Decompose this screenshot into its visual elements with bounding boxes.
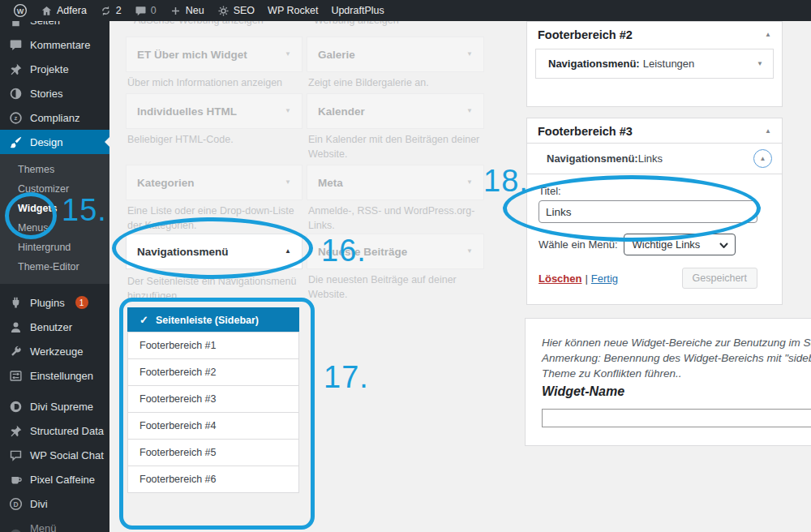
chooser-option-footerbereich-2[interactable]: Footerbereich #2 <box>127 358 299 386</box>
seo-label: SEO <box>234 5 255 16</box>
gear-icon <box>217 5 230 17</box>
chooser-option-footerbereich-5[interactable]: Footerbereich #5 <box>127 439 299 466</box>
panel-title: Footerbereich #2 <box>538 28 633 41</box>
navigationsmenue-links-widget-header[interactable]: Navigationsmenü:Links ▲ <box>527 143 782 174</box>
sidebar-item-stories[interactable]: Stories <box>0 81 109 105</box>
wp-logo-menu[interactable]: W <box>6 0 34 21</box>
sidebar-item-label: Einstellungen <box>30 370 93 382</box>
chooser-option-footerbereich-6[interactable]: Footerbereich #6 <box>127 466 299 493</box>
plugins-update-badge: 1 <box>75 296 88 309</box>
updates-indicator[interactable]: 2 <box>93 0 128 21</box>
menu-select[interactable]: Wichtige Links <box>624 234 736 255</box>
submenu-item-theme-editor[interactable]: Theme-Editor <box>0 257 109 277</box>
delete-link[interactable]: Löschen <box>539 272 581 285</box>
half-circle-icon <box>9 87 23 101</box>
sidebar-item-plugins[interactable]: Plugins 1 <box>0 290 109 315</box>
svg-text:z: z <box>15 114 18 122</box>
navigationsmenue-leistungen-widget[interactable]: Navigationsmenü:Leistungen ▼ <box>535 49 774 79</box>
widget-name-input[interactable] <box>542 409 811 427</box>
widget-title-bar-active[interactable]: Navigationsmenü ▲ <box>126 234 303 269</box>
chooser-option-seitenleiste[interactable]: ✓ Seitenleiste (Sidebar) <box>127 307 299 332</box>
sidebar-item-projekte[interactable]: Projekte <box>0 57 109 81</box>
wrench-icon <box>9 345 23 358</box>
submenu-item-hintergrund[interactable]: Hintergrund <box>0 238 109 257</box>
svg-text:D: D <box>13 500 18 508</box>
sidebar-item-complianz[interactable]: z Complianz <box>0 105 109 130</box>
sidebar-item-label: Projekte <box>30 63 69 75</box>
chevron-up-icon: ▲ <box>760 156 766 162</box>
comments-indicator[interactable]: 0 <box>128 0 163 21</box>
sidebar-item-einstellungen[interactable]: Einstellungen <box>0 363 109 388</box>
sidebar-item-werkzeuge[interactable]: Werkzeuge <box>0 339 109 363</box>
widget-et-ueber-mich: ET Über mich Widget ▼ Über mich Informat… <box>126 36 303 91</box>
widget-title-bar[interactable]: Kategorien ▼ <box>126 165 303 200</box>
updraftplus-label: UpdraftPlus <box>331 5 384 16</box>
collapse-widget-button[interactable]: ▲ <box>753 149 772 168</box>
widget-location-chooser: ✓ Seitenleiste (Sidebar) Footerbereich #… <box>127 307 299 493</box>
pushpin-icon <box>9 424 23 438</box>
divi-supreme-icon <box>9 400 23 414</box>
widget-title-bar[interactable]: ET Über mich Widget ▼ <box>126 36 303 72</box>
submenu-item-menus[interactable]: Menus <box>0 218 109 238</box>
select-chevron-icon <box>719 238 728 251</box>
title-field-label: Titel: <box>539 185 757 197</box>
widget-title-bar[interactable]: Neueste Beiträge ▼ <box>307 234 484 269</box>
widget-title-bar[interactable]: Kalender ▼ <box>307 93 484 129</box>
new-label: Neu <box>186 5 204 16</box>
submenu-item-themes[interactable]: Themes <box>0 160 109 179</box>
new-content-menu[interactable]: Neu <box>163 0 211 21</box>
widget-title-bar[interactable]: Meta ▼ <box>307 165 484 200</box>
sidebar-item-kommentare[interactable]: Kommentare <box>0 32 109 57</box>
sidebar-item-label: Divi Supreme <box>30 401 93 413</box>
footerbereich-3-header[interactable]: Footerbereich #3 ▲ <box>527 118 782 143</box>
sidebar-item-wp-social-chat[interactable]: WP Social Chat <box>0 443 109 467</box>
sidebar-item-label: Kommentare <box>30 39 90 51</box>
footerbereich-2-panel: Footerbereich #2 ▲ Navigationsmenü:Leist… <box>526 21 783 107</box>
clipped-widget-desc: Werbung anzeigen <box>312 21 490 28</box>
comments-count: 0 <box>151 5 157 16</box>
sidebar-item-divi-supreme[interactable]: Divi Supreme <box>0 394 109 418</box>
sidebar-item-label: Menü einklappen <box>30 522 109 532</box>
sidebar-item-structured-data[interactable]: Structured Data <box>0 418 109 443</box>
widget-meta: Meta ▼ Anmelde-, RSS- und WordPress.org-… <box>307 165 484 233</box>
chooser-option-footerbereich-3[interactable]: Footerbereich #3 <box>127 385 299 413</box>
sidebar-item-design[interactable]: Design <box>0 130 109 154</box>
chooser-option-footerbereich-1[interactable]: Footerbereich #1 <box>127 332 299 359</box>
sidebar-item-divi[interactable]: D Divi <box>0 491 109 516</box>
widget-kategorien: Kategorien ▼ Eine Liste oder eine Drop-d… <box>126 165 303 233</box>
panel-title: Footerbereich #3 <box>538 125 633 138</box>
seo-menu[interactable]: SEO <box>211 0 261 21</box>
wp-rocket-label: WP Rocket <box>268 5 318 16</box>
admin-sidebar: Seiten Kommentare Projekte Stories z Com… <box>0 21 109 532</box>
done-link[interactable]: Fertig <box>591 272 618 285</box>
plus-icon <box>169 5 182 17</box>
site-link[interactable]: Adfera <box>34 0 93 21</box>
sidebar-item-benutzer[interactable]: Benutzer <box>0 315 109 339</box>
chevron-down-icon: ▼ <box>285 51 291 58</box>
sidebar-item-seiten[interactable]: Seiten <box>0 21 109 32</box>
saved-button[interactable]: Gespeichert <box>682 268 757 289</box>
sidebar-item-label: Benutzer <box>30 321 72 333</box>
pages-icon <box>9 21 23 28</box>
sidebar-item-pixel-caffeine[interactable]: Pixel Caffeine <box>0 467 109 491</box>
updates-icon <box>100 5 112 17</box>
sidebar-item-label: Plugins <box>30 297 65 309</box>
title-input[interactable] <box>539 200 757 223</box>
widget-settings-form: Titel: Wähle ein Menü: Wichtige Links Lö… <box>527 174 782 289</box>
footerbereich-2-header[interactable]: Footerbereich #2 ▲ <box>527 22 782 46</box>
widget-galerie: Galerie ▼ Zeigt eine Bildergalerie an. <box>307 36 484 91</box>
wp-rocket-menu[interactable]: WP Rocket <box>261 0 324 21</box>
widget-title-bar[interactable]: Galerie ▼ <box>307 36 484 72</box>
widget-title-bar[interactable]: Individuelles HTML ▼ <box>126 93 303 129</box>
new-widget-area-panel: Hier können neue Widget-Bereiche zur Ben… <box>525 318 811 446</box>
chevron-up-icon: ▲ <box>765 128 771 135</box>
updraftplus-menu[interactable]: UpdraftPlus <box>324 0 390 21</box>
submenu-item-customizer[interactable]: Customizer <box>0 179 109 199</box>
submenu-item-widgets[interactable]: Widgets <box>0 199 109 218</box>
chooser-option-footerbereich-4[interactable]: Footerbereich #4 <box>127 412 299 440</box>
chat-bubble-icon <box>9 448 23 462</box>
sidebar-item-label: Pixel Caffeine <box>30 474 95 486</box>
design-submenu: Themes Customizer Widgets Menus Hintergr… <box>0 154 109 284</box>
collapse-menu-button[interactable]: Menü einklappen <box>0 522 109 532</box>
menu-select-label: Wähle ein Menü: <box>539 238 618 251</box>
